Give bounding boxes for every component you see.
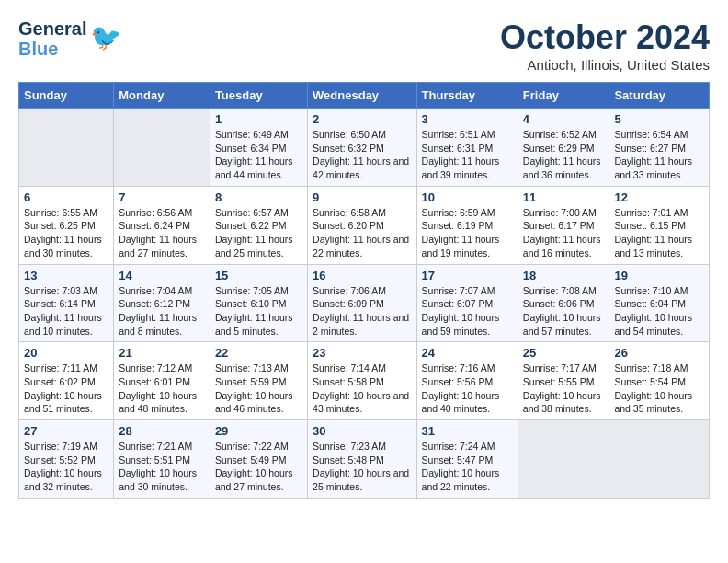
- calendar-body: 1Sunrise: 6:49 AM Sunset: 6:34 PM Daylig…: [19, 109, 710, 499]
- day-info: Sunrise: 7:23 AM Sunset: 5:48 PM Dayligh…: [313, 440, 411, 494]
- logo-general: General: [18, 18, 86, 39]
- day-number: 12: [614, 190, 704, 204]
- month-title: October 2024: [500, 18, 710, 57]
- day-number: 22: [215, 346, 302, 360]
- day-info: Sunrise: 6:49 AM Sunset: 6:34 PM Dayligh…: [215, 128, 302, 182]
- calendar-cell: 23Sunrise: 7:14 AM Sunset: 5:58 PM Dayli…: [308, 342, 416, 420]
- calendar-cell: 1Sunrise: 6:49 AM Sunset: 6:34 PM Daylig…: [210, 109, 307, 187]
- day-number: 7: [119, 190, 205, 204]
- day-number: 29: [215, 424, 302, 438]
- day-info: Sunrise: 7:06 AM Sunset: 6:09 PM Dayligh…: [313, 284, 411, 339]
- day-number: 9: [313, 190, 411, 204]
- day-number: 5: [614, 112, 704, 126]
- calendar-cell: 25Sunrise: 7:17 AM Sunset: 5:55 PM Dayli…: [518, 342, 609, 420]
- calendar-cell: 22Sunrise: 7:13 AM Sunset: 5:59 PM Dayli…: [210, 342, 307, 420]
- logo-blue: Blue: [18, 39, 86, 59]
- day-number: 15: [215, 269, 302, 282]
- day-number: 30: [313, 424, 411, 438]
- calendar-cell: 15Sunrise: 7:05 AM Sunset: 6:10 PM Dayli…: [210, 264, 307, 342]
- week-row-4: 20Sunrise: 7:11 AM Sunset: 6:02 PM Dayli…: [19, 342, 710, 420]
- logo: General Blue 🐦: [18, 18, 122, 59]
- calendar-cell: 20Sunrise: 7:11 AM Sunset: 6:02 PM Dayli…: [19, 342, 114, 420]
- weekday-header-monday: Monday: [114, 83, 210, 109]
- calendar-cell: 14Sunrise: 7:04 AM Sunset: 6:12 PM Dayli…: [114, 264, 210, 342]
- day-info: Sunrise: 6:56 AM Sunset: 6:24 PM Dayligh…: [119, 206, 205, 260]
- day-info: Sunrise: 7:00 AM Sunset: 6:17 PM Dayligh…: [523, 206, 605, 260]
- day-number: 27: [24, 424, 108, 438]
- day-number: 4: [523, 112, 605, 126]
- calendar-table: SundayMondayTuesdayWednesdayThursdayFrid…: [18, 82, 710, 499]
- calendar-cell: 27Sunrise: 7:19 AM Sunset: 5:52 PM Dayli…: [19, 420, 114, 499]
- day-number: 21: [119, 346, 205, 360]
- week-row-3: 13Sunrise: 7:03 AM Sunset: 6:14 PM Dayli…: [19, 264, 710, 342]
- day-info: Sunrise: 7:19 AM Sunset: 5:52 PM Dayligh…: [24, 440, 108, 494]
- calendar-cell: 21Sunrise: 7:12 AM Sunset: 6:01 PM Dayli…: [114, 342, 210, 420]
- calendar-cell: 7Sunrise: 6:56 AM Sunset: 6:24 PM Daylig…: [114, 186, 210, 264]
- calendar-cell: 9Sunrise: 6:58 AM Sunset: 6:20 PM Daylig…: [308, 186, 416, 264]
- day-number: 28: [119, 424, 205, 438]
- day-number: 23: [313, 346, 411, 360]
- calendar-cell: 10Sunrise: 6:59 AM Sunset: 6:19 PM Dayli…: [416, 186, 518, 264]
- day-info: Sunrise: 7:01 AM Sunset: 6:15 PM Dayligh…: [614, 206, 704, 260]
- day-info: Sunrise: 7:07 AM Sunset: 6:07 PM Dayligh…: [422, 284, 513, 339]
- logo-bird-icon: 🐦: [90, 22, 122, 52]
- day-number: 1: [215, 112, 302, 126]
- day-info: Sunrise: 7:14 AM Sunset: 5:58 PM Dayligh…: [313, 362, 411, 416]
- calendar-cell: 12Sunrise: 7:01 AM Sunset: 6:15 PM Dayli…: [609, 186, 710, 264]
- day-number: 2: [313, 112, 411, 126]
- week-row-2: 6Sunrise: 6:55 AM Sunset: 6:25 PM Daylig…: [19, 186, 710, 264]
- day-info: Sunrise: 6:57 AM Sunset: 6:22 PM Dayligh…: [215, 206, 302, 260]
- day-number: 6: [24, 190, 108, 204]
- day-number: 20: [24, 346, 108, 360]
- day-number: 8: [215, 190, 302, 204]
- calendar-cell: 24Sunrise: 7:16 AM Sunset: 5:56 PM Dayli…: [416, 342, 518, 420]
- day-info: Sunrise: 7:24 AM Sunset: 5:47 PM Dayligh…: [422, 440, 513, 494]
- calendar-cell: 5Sunrise: 6:54 AM Sunset: 6:27 PM Daylig…: [609, 109, 710, 187]
- weekday-header-wednesday: Wednesday: [308, 83, 416, 109]
- title-block: October 2024 Antioch, Illinois, United S…: [500, 18, 710, 73]
- calendar-cell: 8Sunrise: 6:57 AM Sunset: 6:22 PM Daylig…: [210, 186, 307, 264]
- day-info: Sunrise: 6:58 AM Sunset: 6:20 PM Dayligh…: [313, 206, 411, 260]
- calendar-header-row: SundayMondayTuesdayWednesdayThursdayFrid…: [19, 83, 710, 109]
- calendar-cell: [609, 420, 710, 499]
- calendar-cell: 30Sunrise: 7:23 AM Sunset: 5:48 PM Dayli…: [308, 420, 416, 499]
- day-number: 3: [422, 112, 513, 126]
- calendar-cell: [518, 420, 609, 499]
- day-number: 18: [523, 269, 605, 282]
- calendar-cell: 4Sunrise: 6:52 AM Sunset: 6:29 PM Daylig…: [518, 109, 609, 187]
- calendar-cell: 17Sunrise: 7:07 AM Sunset: 6:07 PM Dayli…: [416, 264, 518, 342]
- calendar-cell: 16Sunrise: 7:06 AM Sunset: 6:09 PM Dayli…: [308, 264, 416, 342]
- day-number: 25: [523, 346, 605, 360]
- weekday-header-thursday: Thursday: [416, 83, 518, 109]
- day-info: Sunrise: 6:59 AM Sunset: 6:19 PM Dayligh…: [422, 206, 513, 260]
- day-number: 10: [422, 190, 513, 204]
- calendar-cell: 18Sunrise: 7:08 AM Sunset: 6:06 PM Dayli…: [518, 264, 609, 342]
- weekday-header-saturday: Saturday: [609, 83, 710, 109]
- calendar-cell: 2Sunrise: 6:50 AM Sunset: 6:32 PM Daylig…: [308, 109, 416, 187]
- day-info: Sunrise: 7:22 AM Sunset: 5:49 PM Dayligh…: [215, 440, 302, 494]
- day-number: 13: [24, 269, 108, 282]
- day-info: Sunrise: 7:11 AM Sunset: 6:02 PM Dayligh…: [24, 362, 108, 416]
- day-info: Sunrise: 7:12 AM Sunset: 6:01 PM Dayligh…: [119, 362, 205, 416]
- weekday-header-sunday: Sunday: [19, 83, 114, 109]
- weekday-header-tuesday: Tuesday: [210, 83, 307, 109]
- calendar-cell: 13Sunrise: 7:03 AM Sunset: 6:14 PM Dayli…: [19, 264, 114, 342]
- location: Antioch, Illinois, United States: [500, 57, 710, 73]
- day-info: Sunrise: 6:54 AM Sunset: 6:27 PM Dayligh…: [614, 128, 704, 182]
- day-number: 19: [614, 269, 704, 282]
- day-number: 24: [422, 346, 513, 360]
- calendar-cell: 29Sunrise: 7:22 AM Sunset: 5:49 PM Dayli…: [210, 420, 307, 499]
- day-info: Sunrise: 7:10 AM Sunset: 6:04 PM Dayligh…: [614, 284, 704, 339]
- calendar-cell: 19Sunrise: 7:10 AM Sunset: 6:04 PM Dayli…: [609, 264, 710, 342]
- day-info: Sunrise: 7:08 AM Sunset: 6:06 PM Dayligh…: [523, 284, 605, 339]
- calendar-cell: 11Sunrise: 7:00 AM Sunset: 6:17 PM Dayli…: [518, 186, 609, 264]
- weekday-header-friday: Friday: [518, 83, 609, 109]
- day-info: Sunrise: 7:17 AM Sunset: 5:55 PM Dayligh…: [523, 362, 605, 416]
- day-info: Sunrise: 7:13 AM Sunset: 5:59 PM Dayligh…: [215, 362, 302, 416]
- day-info: Sunrise: 7:05 AM Sunset: 6:10 PM Dayligh…: [215, 284, 302, 339]
- day-info: Sunrise: 7:03 AM Sunset: 6:14 PM Dayligh…: [24, 284, 108, 339]
- day-number: 26: [614, 346, 704, 360]
- day-info: Sunrise: 7:04 AM Sunset: 6:12 PM Dayligh…: [119, 284, 205, 339]
- day-number: 16: [313, 269, 411, 282]
- calendar-cell: 28Sunrise: 7:21 AM Sunset: 5:51 PM Dayli…: [114, 420, 210, 499]
